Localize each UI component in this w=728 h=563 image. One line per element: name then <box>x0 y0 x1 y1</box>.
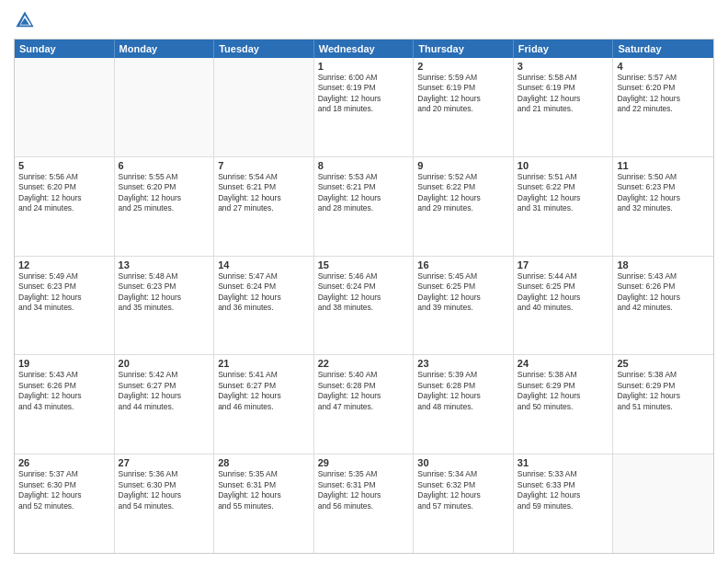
header-day-thursday: Thursday <box>414 40 514 58</box>
calendar-cell-20: 20Sunrise: 5:42 AM Sunset: 6:27 PM Dayli… <box>115 355 215 454</box>
calendar-cell-3: 3Sunrise: 5:58 AM Sunset: 6:19 PM Daylig… <box>514 58 614 156</box>
day-number: 1 <box>318 61 410 72</box>
cell-info: Sunrise: 5:36 AM Sunset: 6:30 PM Dayligh… <box>119 469 210 511</box>
calendar-row-4: 26Sunrise: 5:37 AM Sunset: 6:30 PM Dayli… <box>15 454 713 553</box>
calendar-cell-23: 23Sunrise: 5:39 AM Sunset: 6:28 PM Dayli… <box>414 355 514 454</box>
calendar-row-1: 5Sunrise: 5:56 AM Sunset: 6:20 PM Daylig… <box>15 156 713 256</box>
cell-info: Sunrise: 5:40 AM Sunset: 6:28 PM Dayligh… <box>318 370 410 412</box>
calendar-cell-26: 26Sunrise: 5:37 AM Sunset: 6:30 PM Dayli… <box>15 454 115 553</box>
cell-info: Sunrise: 5:53 AM Sunset: 6:21 PM Dayligh… <box>318 172 410 214</box>
calendar-cell-10: 10Sunrise: 5:51 AM Sunset: 6:22 PM Dayli… <box>514 157 614 256</box>
day-number: 23 <box>417 358 509 369</box>
cell-info: Sunrise: 5:41 AM Sunset: 6:27 PM Dayligh… <box>218 370 310 412</box>
calendar-cell-30: 30Sunrise: 5:34 AM Sunset: 6:32 PM Dayli… <box>414 454 514 553</box>
day-number: 12 <box>18 259 110 270</box>
logo-icon <box>14 9 36 31</box>
day-number: 19 <box>18 358 110 369</box>
cell-info: Sunrise: 5:39 AM Sunset: 6:28 PM Dayligh… <box>417 370 509 412</box>
cell-info: Sunrise: 5:35 AM Sunset: 6:31 PM Dayligh… <box>318 469 410 511</box>
day-number: 7 <box>218 160 310 171</box>
cell-info: Sunrise: 5:33 AM Sunset: 6:33 PM Dayligh… <box>518 469 609 511</box>
day-number: 8 <box>318 160 410 171</box>
cell-info: Sunrise: 5:51 AM Sunset: 6:22 PM Dayligh… <box>518 172 609 214</box>
page: SundayMondayTuesdayWednesdayThursdayFrid… <box>0 0 728 563</box>
day-number: 22 <box>318 358 410 369</box>
calendar-cell-22: 22Sunrise: 5:40 AM Sunset: 6:28 PM Dayli… <box>314 355 415 454</box>
calendar-cell-11: 11Sunrise: 5:50 AM Sunset: 6:23 PM Dayli… <box>613 157 713 256</box>
day-number: 29 <box>318 457 410 468</box>
calendar-cell-15: 15Sunrise: 5:46 AM Sunset: 6:24 PM Dayli… <box>314 257 415 355</box>
cell-info: Sunrise: 5:50 AM Sunset: 6:23 PM Dayligh… <box>617 172 710 214</box>
day-number: 17 <box>518 259 609 270</box>
cell-info: Sunrise: 5:54 AM Sunset: 6:21 PM Dayligh… <box>218 172 310 214</box>
day-number: 5 <box>18 160 110 171</box>
day-number: 15 <box>318 259 410 270</box>
cell-info: Sunrise: 5:43 AM Sunset: 6:26 PM Dayligh… <box>617 271 710 314</box>
day-number: 31 <box>518 457 609 468</box>
cell-info: Sunrise: 5:49 AM Sunset: 6:23 PM Dayligh… <box>18 271 110 314</box>
calendar-cell-2: 2Sunrise: 5:59 AM Sunset: 6:19 PM Daylig… <box>414 58 514 156</box>
day-number: 20 <box>119 358 210 369</box>
day-number: 13 <box>119 259 210 270</box>
cell-info: Sunrise: 5:56 AM Sunset: 6:20 PM Dayligh… <box>18 172 110 214</box>
calendar-cell-7: 7Sunrise: 5:54 AM Sunset: 6:21 PM Daylig… <box>214 157 314 256</box>
day-number: 4 <box>617 61 710 72</box>
header-day-friday: Friday <box>514 40 614 58</box>
day-number: 27 <box>119 457 210 468</box>
cell-info: Sunrise: 5:46 AM Sunset: 6:24 PM Dayligh… <box>318 271 410 314</box>
calendar-row-3: 19Sunrise: 5:43 AM Sunset: 6:26 PM Dayli… <box>15 354 713 454</box>
day-number: 25 <box>617 358 710 369</box>
day-number: 14 <box>218 259 310 270</box>
cell-info: Sunrise: 5:59 AM Sunset: 6:19 PM Dayligh… <box>417 73 509 115</box>
cell-info: Sunrise: 5:43 AM Sunset: 6:26 PM Dayligh… <box>18 370 110 412</box>
calendar-cell-14: 14Sunrise: 5:47 AM Sunset: 6:24 PM Dayli… <box>214 257 314 355</box>
day-number: 24 <box>518 358 609 369</box>
day-number: 10 <box>518 160 609 171</box>
calendar-header: SundayMondayTuesdayWednesdayThursdayFrid… <box>15 40 713 58</box>
calendar-cell-empty-4-6 <box>613 454 713 553</box>
calendar-cell-5: 5Sunrise: 5:56 AM Sunset: 6:20 PM Daylig… <box>15 157 115 256</box>
calendar-cell-17: 17Sunrise: 5:44 AM Sunset: 6:25 PM Dayli… <box>514 257 614 355</box>
header-day-tuesday: Tuesday <box>214 40 314 58</box>
cell-info: Sunrise: 5:55 AM Sunset: 6:20 PM Dayligh… <box>119 172 210 214</box>
calendar-body: 1Sunrise: 6:00 AM Sunset: 6:19 PM Daylig… <box>15 58 713 553</box>
day-number: 30 <box>417 457 509 468</box>
calendar-cell-29: 29Sunrise: 5:35 AM Sunset: 6:31 PM Dayli… <box>314 454 415 553</box>
header-day-wednesday: Wednesday <box>314 40 415 58</box>
calendar-cell-24: 24Sunrise: 5:38 AM Sunset: 6:29 PM Dayli… <box>514 355 614 454</box>
calendar-row-0: 1Sunrise: 6:00 AM Sunset: 6:19 PM Daylig… <box>15 58 713 156</box>
day-number: 3 <box>518 61 609 72</box>
day-number: 26 <box>18 457 110 468</box>
calendar-cell-27: 27Sunrise: 5:36 AM Sunset: 6:30 PM Dayli… <box>115 454 215 553</box>
calendar-cell-13: 13Sunrise: 5:48 AM Sunset: 6:23 PM Dayli… <box>115 257 215 355</box>
cell-info: Sunrise: 5:45 AM Sunset: 6:25 PM Dayligh… <box>417 271 509 314</box>
cell-info: Sunrise: 5:58 AM Sunset: 6:19 PM Dayligh… <box>518 73 609 115</box>
day-number: 16 <box>417 259 509 270</box>
header-day-sunday: Sunday <box>15 40 115 58</box>
calendar-cell-12: 12Sunrise: 5:49 AM Sunset: 6:23 PM Dayli… <box>15 257 115 355</box>
cell-info: Sunrise: 5:37 AM Sunset: 6:30 PM Dayligh… <box>18 469 110 511</box>
cell-info: Sunrise: 5:52 AM Sunset: 6:22 PM Dayligh… <box>417 172 509 214</box>
calendar-cell-9: 9Sunrise: 5:52 AM Sunset: 6:22 PM Daylig… <box>414 157 514 256</box>
calendar-cell-8: 8Sunrise: 5:53 AM Sunset: 6:21 PM Daylig… <box>314 157 415 256</box>
cell-info: Sunrise: 6:00 AM Sunset: 6:19 PM Dayligh… <box>318 73 410 115</box>
calendar-cell-19: 19Sunrise: 5:43 AM Sunset: 6:26 PM Dayli… <box>15 355 115 454</box>
day-number: 11 <box>617 160 710 171</box>
header-day-saturday: Saturday <box>613 40 713 58</box>
calendar-cell-empty-0-0 <box>15 58 115 156</box>
calendar: SundayMondayTuesdayWednesdayThursdayFrid… <box>14 39 714 554</box>
cell-info: Sunrise: 5:34 AM Sunset: 6:32 PM Dayligh… <box>417 469 509 511</box>
day-number: 18 <box>617 259 710 270</box>
calendar-cell-18: 18Sunrise: 5:43 AM Sunset: 6:26 PM Dayli… <box>613 257 713 355</box>
cell-info: Sunrise: 5:57 AM Sunset: 6:20 PM Dayligh… <box>617 73 710 115</box>
calendar-cell-25: 25Sunrise: 5:38 AM Sunset: 6:29 PM Dayli… <box>613 355 713 454</box>
calendar-cell-16: 16Sunrise: 5:45 AM Sunset: 6:25 PM Dayli… <box>414 257 514 355</box>
day-number: 28 <box>218 457 310 468</box>
calendar-cell-28: 28Sunrise: 5:35 AM Sunset: 6:31 PM Dayli… <box>214 454 314 553</box>
cell-info: Sunrise: 5:38 AM Sunset: 6:29 PM Dayligh… <box>617 370 710 412</box>
cell-info: Sunrise: 5:48 AM Sunset: 6:23 PM Dayligh… <box>119 271 210 314</box>
day-number: 2 <box>417 61 509 72</box>
cell-info: Sunrise: 5:42 AM Sunset: 6:27 PM Dayligh… <box>119 370 210 412</box>
day-number: 9 <box>417 160 509 171</box>
cell-info: Sunrise: 5:35 AM Sunset: 6:31 PM Dayligh… <box>218 469 310 511</box>
